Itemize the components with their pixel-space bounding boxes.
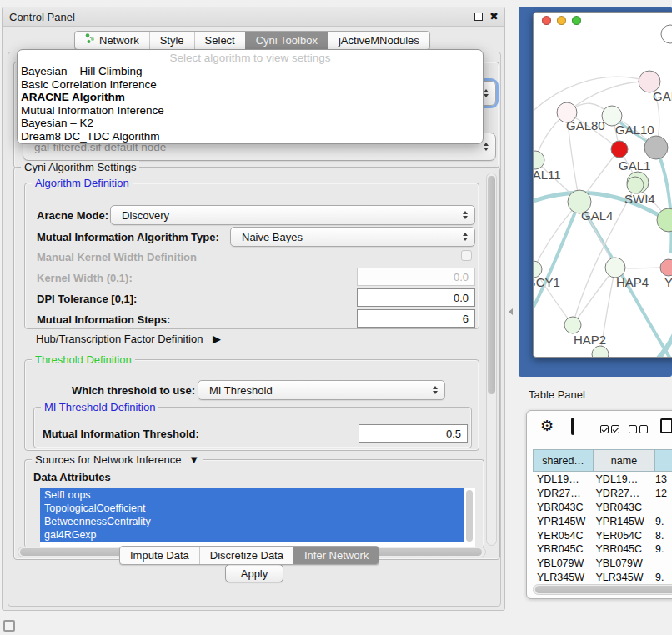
table-cell: YPR145W [592, 516, 651, 528]
scrollbar-thumb[interactable] [488, 176, 495, 394]
mi-steps-label: Mutual Information Steps: [37, 313, 170, 326]
dropdown-placeholder: Select algorithm to view settings [18, 52, 483, 65]
table-row[interactable]: YBL079WYBL079W [533, 557, 672, 571]
network-node-label: Y [664, 275, 672, 289]
tab-label: Cyni Toolbox [256, 32, 318, 50]
split-columns-icon[interactable] [571, 418, 574, 435]
mi-type-value: Naive Bayes [242, 231, 303, 243]
network-node[interactable] [657, 208, 672, 232]
close-window-icon[interactable] [542, 16, 551, 25]
table-row[interactable]: YDR27…YDR27…12 [533, 487, 672, 501]
settings-vertical-scrollbar[interactable] [486, 172, 497, 546]
network-node[interactable] [661, 25, 672, 43]
attribute-item[interactable]: BetweennessCentrality [40, 515, 464, 528]
gear-icon[interactable]: ⚙ [540, 418, 554, 433]
mi-steps-field[interactable]: 6 [357, 309, 475, 328]
table-cell: YPR145W [533, 516, 592, 528]
dpi-tolerance-field[interactable]: 0.0 [357, 288, 475, 307]
table-horizontal-scrollbar[interactable] [533, 584, 672, 595]
attribute-item[interactable]: SelfLoops [40, 488, 464, 502]
tab-network[interactable]: Network [75, 32, 149, 49]
network-node-label: GAL11 [534, 168, 561, 182]
network-window: GALGAL80GAL10GAL1GAL11SWI4GAL4GCY1HAP4YH… [533, 12, 672, 358]
table-row[interactable]: YPR145WYPR145W9. [533, 514, 672, 528]
column-header[interactable]: shared… [533, 449, 594, 472]
new-table-icon[interactable] [660, 418, 672, 433]
dpi-tolerance-label: DPI Tolerance [0,1]: [37, 292, 137, 305]
bottom-tabbar: Impute DataDiscretize DataInfer Network [119, 546, 379, 565]
algorithm-option[interactable]: Bayesian – Hill Climbing [18, 65, 483, 78]
network-node-label: GAL1 [619, 158, 650, 172]
network-edge [573, 268, 615, 325]
algorithm-option[interactable]: Mutual Information Inference [18, 104, 483, 118]
tab-infer-network[interactable]: Infer Network [293, 547, 379, 564]
list-scrollbar-thumb[interactable] [466, 490, 473, 542]
network-node[interactable] [611, 141, 628, 158]
zoom-window-icon[interactable] [572, 16, 581, 25]
algorithm-definition-title: Algorithm Definition [32, 177, 133, 189]
select-all-checkboxes-icon[interactable] [600, 422, 622, 437]
algorithm-option[interactable]: Basic Correlation Inference [18, 78, 483, 92]
mi-threshold-value: 0.5 [446, 428, 461, 440]
close-panel-icon[interactable]: ✖ [489, 10, 499, 22]
attribute-item[interactable]: gal4RGexp [40, 528, 464, 542]
algorithm-option[interactable]: Dream8 DC_TDC Algorithm [18, 130, 483, 143]
network-canvas[interactable]: GALGAL80GAL10GAL1GAL11SWI4GAL4GCY1HAP4YH… [534, 12, 672, 358]
minimize-window-icon[interactable] [557, 16, 566, 25]
tab-label: Discretize Data [210, 547, 283, 565]
apply-button[interactable]: Apply [225, 564, 283, 582]
collapse-down-icon[interactable]: ▼ [188, 453, 199, 466]
tab-jactivemnodules[interactable]: jActiveMNodules [328, 32, 429, 49]
column-header[interactable]: name [594, 449, 655, 472]
mi-threshold-field[interactable]: 0.5 [359, 424, 468, 442]
network-node[interactable] [534, 151, 544, 169]
tab-label: Select [205, 32, 235, 50]
table-row[interactable]: YER054CYER054C8. [533, 528, 672, 542]
tab-style[interactable]: Style [149, 32, 194, 49]
network-node[interactable] [564, 317, 581, 333]
manual-kernel-label: Manual Kernel Width Definition [37, 251, 197, 263]
tab-discretize-data[interactable]: Discretize Data [199, 547, 293, 564]
expand-right-icon[interactable]: ▶ [213, 332, 221, 345]
attribute-item[interactable]: TopologicalCoefficient [40, 502, 464, 515]
network-node[interactable] [592, 346, 609, 358]
deselect-all-checkboxes-icon[interactable] [629, 422, 650, 437]
scrollbar-thumb[interactable] [535, 586, 672, 593]
network-node[interactable] [660, 259, 672, 276]
tab-cyni-toolbox[interactable]: Cyni Toolbox [245, 32, 328, 49]
table-row[interactable]: YDL19…YDL19…13 [533, 472, 672, 487]
column-header[interactable] [655, 449, 672, 472]
algorithm-dropdown-popup: Select algorithm to view settings Bayesi… [17, 49, 484, 144]
table-cell: YER054C [592, 530, 651, 542]
aracne-mode-combo[interactable]: Discovery [110, 205, 475, 225]
table-cell: YBR045C [533, 543, 592, 555]
tab-impute-data[interactable]: Impute Data [120, 547, 199, 564]
tab-select[interactable]: Select [194, 32, 245, 49]
table-cell: 9. [651, 516, 672, 528]
mi-type-combo[interactable]: Naive Bayes [230, 227, 475, 247]
table-cell: YBR043C [533, 502, 592, 513]
algorithm-option[interactable]: ARACNE Algorithm [18, 91, 483, 104]
which-threshold-combo[interactable]: MI Threshold [198, 380, 445, 400]
table-cell: YER054C [533, 530, 592, 542]
network-node[interactable] [627, 177, 644, 193]
kernel-width-field[interactable]: 0.0 [357, 268, 475, 286]
mi-type-label: Mutual Information Algorithm Type: [37, 231, 219, 243]
minimized-panel-icon[interactable] [3, 620, 15, 632]
splitter-collapse-icon[interactable] [509, 308, 513, 315]
table-row[interactable]: YBR045CYBR045C9. [533, 542, 672, 557]
aracne-mode-value: Discovery [122, 209, 169, 222]
table-row[interactable]: YBR043CYBR043C [533, 501, 672, 515]
algorithm-option[interactable]: Bayesian – K2 [18, 117, 483, 130]
tab-label: Infer Network [304, 547, 369, 565]
table-row[interactable]: YLR345WYLR345W9. [533, 571, 672, 585]
float-panel-icon[interactable] [474, 12, 483, 21]
network-node[interactable] [644, 136, 668, 159]
network-node-label: GAL10 [615, 122, 654, 137]
combo-stepper-icon [463, 211, 468, 219]
screen: Control Panel ✖ NetworkStyleSelectCyni T… [0, 0, 672, 635]
table-panel-title: Table Panel [529, 388, 585, 401]
manual-kernel-checkbox[interactable] [461, 250, 472, 261]
data-attributes-list[interactable]: SelfLoopsTopologicalCoefficientBetweenne… [40, 488, 475, 547]
hub-definition-label[interactable]: Hub/Transcription Factor Definition ▶ [36, 332, 221, 345]
